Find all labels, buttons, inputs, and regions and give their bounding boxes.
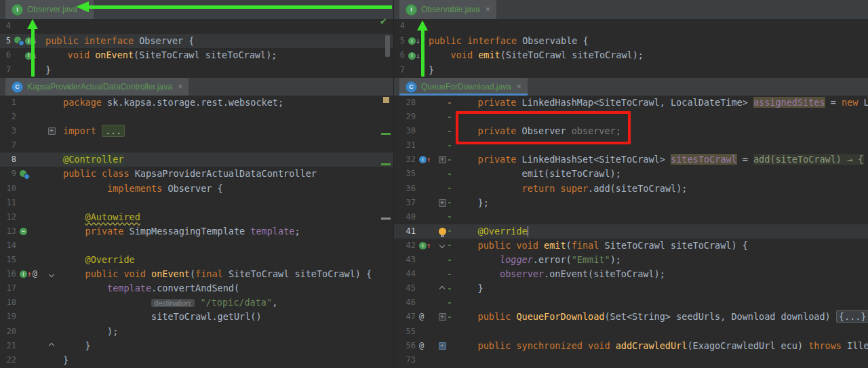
line-number[interactable]: 7 [0,138,20,152]
line-number[interactable]: 45 [394,281,419,295]
line-number[interactable]: 1 [0,96,20,110]
line-number[interactable]: 28 [394,96,419,110]
code-line[interactable]: 21 } [0,339,393,353]
line-number[interactable]: 7 [0,63,14,78]
line-number[interactable]: 6 [0,48,14,63]
code-line[interactable]: 73 [394,353,868,367]
line-number[interactable]: 12 [0,210,20,224]
line-number[interactable]: 43 [394,253,419,267]
code-line[interactable]: 44 observer.onEvent(siteToCrawl); [394,267,868,281]
code-line[interactable]: 1package sk.kapsa.storage.rest.websocket… [0,96,393,110]
code-line[interactable]: 5I↓public interface Observer { [0,34,393,49]
line-number[interactable]: 36 [394,182,419,196]
code-line[interactable]: 43 logger.error("Emmit"); [394,253,868,267]
code-line[interactable]: 5I↓public interface Observable { [394,34,868,49]
line-number[interactable]: 46 [394,295,419,310]
line-number[interactable]: 22 [0,353,20,367]
line-number[interactable]: 21 [0,339,20,353]
code-line[interactable]: 7} [0,63,393,78]
code-line[interactable]: 19 siteToCrawl.getUrl() [0,310,393,324]
tab-observable-java[interactable]: I Observable.java × [399,0,496,19]
line-number[interactable]: 7 [394,63,408,78]
line-number[interactable]: 55 [394,325,419,339]
line-number[interactable]: 4 [394,19,408,34]
overrides-method-icon[interactable]: I↑ [419,242,431,249]
code-line[interactable]: 4 [394,19,868,34]
line-number[interactable]: 15 [0,253,20,267]
line-number[interactable]: 42 [394,239,419,253]
code-line[interactable]: 7 [0,138,393,152]
stripe-mark-gray[interactable] [381,218,391,220]
code-line[interactable]: 32I↑+ private LinkedHashSet<SiteToCrawl>… [394,152,868,167]
code-line[interactable]: 2 [0,110,393,124]
spring-bean-icon[interactable]: ↪ [20,228,27,235]
line-number[interactable]: 2 [0,110,20,124]
annotation-gutter-icon[interactable]: @ [419,310,424,324]
code-line[interactable]: 10 implements Observer { [0,182,393,196]
line-number[interactable]: 37 [394,196,419,210]
implemented-icon[interactable] [20,170,30,179]
code-line[interactable]: 11 [0,196,393,210]
line-number[interactable]: 44 [394,267,419,281]
scrollbar-thumb[interactable] [385,35,390,57]
code-line[interactable]: 28 private LinkedHashMap<SiteToCrawl, Lo… [394,96,868,110]
line-number[interactable]: 10 [0,182,20,196]
code-editor[interactable]: 45I↓public interface Observable {6I↓ voi… [394,19,868,78]
fold-collapsed-icon[interactable]: + [439,156,446,163]
code-line[interactable]: 41 @Override [394,224,868,239]
line-number[interactable]: 19 [0,310,20,324]
line-number[interactable]: 29 [394,110,419,124]
fold-expanded-bottom-icon[interactable] [49,343,54,348]
fold-expanded-bottom-icon[interactable] [439,286,445,291]
fold-collapsed-icon[interactable]: + [48,127,56,135]
line-number[interactable]: 6 [394,48,408,63]
fold-expanded-top-icon[interactable] [439,243,445,248]
implements-method-icon[interactable]: I↑ [419,156,431,163]
intention-bulb-icon[interactable] [439,228,446,235]
line-number[interactable]: 41 [394,224,419,239]
code-line[interactable]: 6I↓ void emit(SiteToCrawl siteToCrawl); [394,48,868,63]
line-number[interactable]: 14 [0,239,20,253]
overrides-method-icon[interactable]: I↑ [20,270,32,278]
code-line[interactable]: 35 emit(siteToCrawl); [394,167,868,181]
is-implemented-icon[interactable]: I↓ [408,37,420,45]
code-line[interactable]: 55 [394,325,868,339]
line-number[interactable]: 30 [394,124,419,138]
line-number[interactable]: 20 [0,325,20,339]
line-number[interactable]: 35 [394,167,419,181]
is-implemented-icon[interactable]: I↓ [408,52,420,60]
line-number[interactable]: 13 [0,224,20,239]
code-line[interactable]: 18 destination: "/topic/data", [0,295,393,310]
code-line[interactable]: 7} [394,63,868,78]
stripe-mark-change[interactable] [381,133,391,135]
code-line[interactable]: 40 [394,210,868,224]
code-line[interactable]: 9public class KapsaProviderActualDataCon… [0,167,393,181]
line-number[interactable]: 16 [0,267,20,281]
code-line[interactable]: 4 [0,19,393,34]
close-tab-icon[interactable]: × [517,82,521,91]
fold-collapsed-icon[interactable]: + [439,199,446,207]
line-number[interactable]: 8 [0,152,20,167]
code-line[interactable]: 37+ }; [394,196,868,210]
code-line[interactable]: 6I↓ void onEvent(SiteToCrawl siteToCrawl… [0,48,393,63]
stripe-mark-warning[interactable] [383,97,389,103]
code-line[interactable]: 17 template.convertAndSend( [0,281,393,295]
close-tab-icon[interactable]: × [178,82,182,91]
tab-queuefordownload-java[interactable]: C QueueForDownload.java × [399,78,528,96]
line-number[interactable]: 5 [0,34,14,49]
line-number[interactable]: 40 [394,210,419,224]
code-line[interactable]: 12 @Autowired [0,210,393,224]
line-number[interactable]: 3 [0,124,20,138]
code-line[interactable]: 16I↑@ public void onEvent(final SiteToCr… [0,267,393,281]
code-line[interactable]: 45 } [394,281,868,295]
tab-kapsa-controller-java[interactable]: C KapsaProviderActualDataController.java… [5,78,189,96]
annotation-gutter-icon[interactable]: @ [419,339,424,353]
code-editor[interactable]: 45I↓public interface Observer {6I↓ void … [0,19,393,78]
code-line[interactable]: 46 [394,295,868,310]
line-number[interactable]: 17 [0,281,20,295]
code-line[interactable]: 42I↑ public void emit(final SiteToCrawl … [394,239,868,253]
line-number[interactable]: 31 [394,138,419,152]
code-line[interactable]: 47@+ public QueueForDownload(Set<String>… [394,310,868,324]
code-line[interactable]: 22} [0,353,393,367]
line-number[interactable]: 18 [0,295,20,310]
